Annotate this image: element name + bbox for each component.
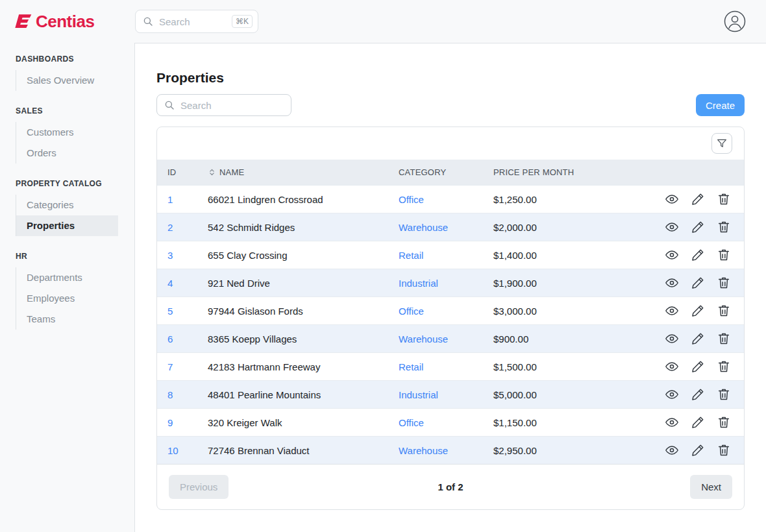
trash-icon <box>717 443 731 457</box>
brand-name: Centias <box>36 12 94 32</box>
table-header-row: ID NAME CATEGORY PRICE PER MONTH <box>157 160 744 186</box>
sort-icon <box>208 168 216 176</box>
cell-name: 8365 Koepp Villages <box>197 325 388 353</box>
cell-category-link[interactable]: Office <box>388 186 483 213</box>
cell-name: 921 Ned Drive <box>197 269 388 297</box>
properties-table-card: ID NAME CATEGORY PRICE PER MONTH 1 66021 <box>156 127 745 510</box>
trash-icon <box>717 192 731 206</box>
cell-id-link[interactable]: 5 <box>157 297 197 325</box>
cell-category-link[interactable]: Office <box>388 409 483 437</box>
cell-id-link[interactable]: 6 <box>157 325 197 353</box>
sidebar-item-customers[interactable]: Customers <box>16 122 118 143</box>
delete-button[interactable] <box>717 359 731 374</box>
pagination: 1 of 2 Previous Next <box>157 464 744 509</box>
global-search-input[interactable] <box>159 16 227 27</box>
view-button[interactable] <box>665 192 679 206</box>
column-header-category: CATEGORY <box>388 160 483 186</box>
edit-button[interactable] <box>691 387 705 402</box>
cell-id-link[interactable]: 4 <box>157 269 197 297</box>
delete-button[interactable] <box>717 276 731 290</box>
cell-id-link[interactable]: 8 <box>157 381 197 409</box>
previous-page-button[interactable]: Previous <box>169 475 229 499</box>
eye-icon <box>665 304 679 318</box>
sidebar-item-properties[interactable]: Properties <box>16 215 118 236</box>
edit-button[interactable] <box>691 359 705 374</box>
user-avatar-button[interactable] <box>723 10 747 33</box>
cell-category-link[interactable]: Warehouse <box>388 437 483 465</box>
cell-id-link[interactable]: 2 <box>157 213 197 241</box>
delete-button[interactable] <box>717 443 731 457</box>
filter-button[interactable] <box>711 133 732 154</box>
table-search-input[interactable] <box>180 100 284 111</box>
column-header-name-label: NAME <box>219 167 244 177</box>
sidebar-group-hr: HR Departments Employees Teams <box>0 236 134 330</box>
delete-button[interactable] <box>717 248 731 262</box>
next-page-button[interactable]: Next <box>690 475 732 499</box>
view-button[interactable] <box>665 415 679 429</box>
trash-icon <box>717 387 731 402</box>
sidebar-item-departments[interactable]: Departments <box>16 267 118 288</box>
properties-table: ID NAME CATEGORY PRICE PER MONTH 1 66021 <box>157 160 744 464</box>
column-header-id: ID <box>157 160 197 186</box>
cell-price: $1,500.00 <box>483 353 645 381</box>
trash-icon <box>717 220 731 234</box>
delete-button[interactable] <box>717 332 731 346</box>
main-content: Properties Create ID NAME <box>134 43 766 532</box>
cell-id-link[interactable]: 3 <box>157 241 197 269</box>
edit-button[interactable] <box>691 304 705 318</box>
brand-logo[interactable]: Centias <box>0 12 134 32</box>
actions-row: Create <box>156 94 745 116</box>
edit-button[interactable] <box>691 248 705 262</box>
cell-category-link[interactable]: Industrial <box>388 381 483 409</box>
edit-button[interactable] <box>691 415 705 429</box>
eye-icon <box>665 359 679 374</box>
cell-id-link[interactable]: 9 <box>157 409 197 437</box>
delete-button[interactable] <box>717 220 731 234</box>
page-indicator: 1 of 2 <box>157 481 744 492</box>
cell-id-link[interactable]: 10 <box>157 437 197 465</box>
sidebar-item-sales-overview[interactable]: Sales Overview <box>16 70 118 91</box>
brand-logo-icon <box>13 12 32 31</box>
edit-button[interactable] <box>691 192 705 206</box>
cell-category-link[interactable]: Retail <box>388 241 483 269</box>
cell-id-link[interactable]: 1 <box>157 186 197 213</box>
create-button[interactable]: Create <box>696 94 745 116</box>
cell-price: $1,900.00 <box>483 269 645 297</box>
view-button[interactable] <box>665 304 679 318</box>
delete-button[interactable] <box>717 192 731 206</box>
sidebar-item-categories[interactable]: Categories <box>16 195 118 215</box>
view-button[interactable] <box>665 220 679 234</box>
view-button[interactable] <box>665 248 679 262</box>
sidebar-item-employees[interactable]: Employees <box>16 288 118 309</box>
view-button[interactable] <box>665 443 679 457</box>
table-row: 9 320 Kreiger Walk Office $1,150.00 <box>157 409 744 437</box>
edit-button[interactable] <box>691 220 705 234</box>
search-icon <box>142 16 154 27</box>
cell-category-link[interactable]: Warehouse <box>388 213 483 241</box>
edit-button[interactable] <box>691 443 705 457</box>
sidebar-item-orders[interactable]: Orders <box>16 143 118 163</box>
delete-button[interactable] <box>717 304 731 318</box>
global-search[interactable]: ⌘K <box>135 10 258 33</box>
cell-category-link[interactable]: Warehouse <box>388 325 483 353</box>
column-header-name[interactable]: NAME <box>197 160 388 186</box>
table-search[interactable] <box>156 94 291 116</box>
view-button[interactable] <box>665 387 679 402</box>
cell-category-link[interactable]: Retail <box>388 353 483 381</box>
view-button[interactable] <box>665 276 679 290</box>
edit-button[interactable] <box>691 276 705 290</box>
cell-category-link[interactable]: Office <box>388 297 483 325</box>
edit-button[interactable] <box>691 332 705 346</box>
view-button[interactable] <box>665 332 679 346</box>
topbar: Centias ⌘K <box>0 0 766 43</box>
funnel-icon <box>716 138 728 149</box>
sidebar-item-teams[interactable]: Teams <box>16 309 118 330</box>
eye-icon <box>665 192 679 206</box>
cell-category-link[interactable]: Industrial <box>388 269 483 297</box>
delete-button[interactable] <box>717 415 731 429</box>
cell-id-link[interactable]: 7 <box>157 353 197 381</box>
cell-price: $2,000.00 <box>483 213 645 241</box>
view-button[interactable] <box>665 359 679 374</box>
delete-button[interactable] <box>717 387 731 402</box>
cell-name: 42183 Hartmann Freeway <box>197 353 388 381</box>
